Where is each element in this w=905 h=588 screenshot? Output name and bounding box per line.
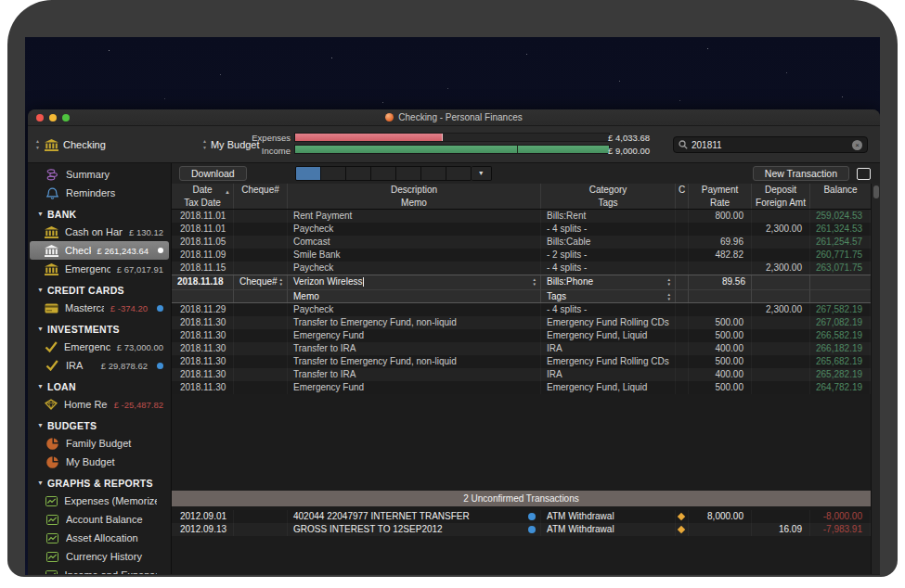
sidebar-item[interactable]: Asset Allocation bbox=[30, 529, 169, 547]
transaction-row[interactable]: 2018.11.05 Comcast Bills:Cable 69.96 261… bbox=[172, 236, 871, 249]
sidebar-item[interactable]: Reminders bbox=[30, 184, 169, 202]
transaction-row[interactable]: 2018.11.29 Paycheck - 4 splits - 2,300.0… bbox=[172, 303, 871, 316]
sidebar-item[interactable]: Income and Expenses bbox=[30, 566, 169, 574]
transaction-row[interactable]: 2018.11.01 Paycheck - 4 splits - 2,300.0… bbox=[172, 223, 871, 236]
sidebar-item[interactable]: Account Balance bbox=[30, 510, 169, 529]
transaction-row[interactable]: 2018.11.30 Transfer to IRA IRA 400.00 26… bbox=[172, 342, 871, 355]
scrollbar-thumb[interactable] bbox=[873, 185, 879, 198]
unconfirmed-transaction-row[interactable]: 2012.09.13 GROSS INTEREST TO 12SEP2012 A… bbox=[172, 523, 871, 536]
description-cell: Comcast bbox=[288, 236, 541, 249]
collapse-arrow-icon[interactable]: ▼ bbox=[37, 381, 44, 392]
sidebar-item-value: £ 130.12 bbox=[129, 227, 163, 237]
sidebar-item[interactable]: ▼ CREDIT CARDS bbox=[30, 278, 169, 299]
register-rows: 2018.11.01 Rent Payment Bills:Rent 800.0… bbox=[172, 210, 871, 275]
unconfirmed-diamond-icon[interactable] bbox=[678, 526, 685, 533]
zoom-window-button[interactable] bbox=[62, 114, 70, 121]
stepper-icon[interactable] bbox=[667, 277, 671, 287]
category-cell: - 4 splits - bbox=[541, 303, 676, 316]
filter-tab[interactable] bbox=[371, 167, 396, 180]
column-header-payment[interactable]: PaymentRate bbox=[689, 184, 752, 209]
transaction-row[interactable]: 2018.11.09 Smile Bank - 2 splits - 482.8… bbox=[172, 249, 871, 262]
collapse-arrow-icon[interactable]: ▼ bbox=[37, 420, 44, 431]
minimize-window-button[interactable] bbox=[49, 114, 57, 121]
stepper-icon[interactable] bbox=[279, 277, 283, 287]
sidebar-item[interactable]: My Budget bbox=[30, 453, 169, 471]
edit-cheque-field[interactable]: Cheque# bbox=[234, 275, 288, 289]
transaction-row[interactable]: 2018.11.01 Rent Payment Bills:Rent 800.0… bbox=[172, 210, 871, 223]
sidebar-item[interactable]: Home Renova... £ -25,487.82 bbox=[30, 395, 169, 414]
cleared-dot-icon[interactable] bbox=[528, 513, 536, 520]
titlebar[interactable]: Checking - Personal Finances bbox=[28, 109, 880, 126]
filter-tab[interactable] bbox=[421, 167, 446, 180]
new-transaction-button[interactable]: New Transaction bbox=[753, 166, 849, 181]
balance-cell: 261,324.53 bbox=[810, 223, 871, 236]
filter-tab[interactable] bbox=[321, 167, 346, 180]
column-header-balance[interactable]: Balance bbox=[810, 184, 871, 209]
sidebar-item[interactable]: ▼ GRAPHS & REPORTS bbox=[30, 471, 169, 492]
custom-filter-dropdown-arrow[interactable]: ▼ bbox=[472, 167, 491, 180]
column-header-deposit[interactable]: DepositForeign Amt bbox=[752, 184, 810, 209]
transaction-row[interactable]: 2018.11.30 Transfer to Emergency Fund, n… bbox=[172, 355, 871, 368]
sidebar-item[interactable]: Cash on Hand £ 130.12 bbox=[30, 223, 169, 241]
edit-tags-field[interactable]: Tags bbox=[541, 289, 676, 303]
sidebar-item[interactable]: Emergency Fu... £ 73,000.00 bbox=[30, 338, 169, 356]
collapse-arrow-icon[interactable]: ▼ bbox=[37, 209, 44, 220]
clear-search-icon[interactable]: × bbox=[852, 140, 862, 150]
collapse-arrow-icon[interactable]: ▼ bbox=[37, 478, 44, 489]
collapse-arrow-icon[interactable]: ▼ bbox=[37, 285, 44, 296]
edit-payment-field[interactable]: 89.56 bbox=[689, 275, 752, 289]
column-header-description[interactable]: DescriptionMemo bbox=[288, 184, 541, 209]
search-field[interactable]: × bbox=[673, 136, 868, 153]
sidebar-item[interactable]: Currency History bbox=[30, 547, 169, 566]
filter-tab[interactable] bbox=[296, 167, 321, 180]
filter-tab[interactable] bbox=[446, 167, 471, 180]
payment-cell bbox=[689, 303, 752, 316]
column-header-category[interactable]: CategoryTags bbox=[541, 184, 676, 209]
account-selector[interactable]: Checking bbox=[35, 126, 106, 163]
column-header-date[interactable]: DateTax Date ▲ bbox=[172, 184, 234, 209]
edit-date-field[interactable]: 2018.11.18 bbox=[172, 275, 234, 289]
deposit-cell: 16.09 bbox=[752, 523, 810, 536]
unconfirmed-diamond-icon[interactable] bbox=[678, 513, 685, 520]
stepper-icon[interactable] bbox=[667, 292, 671, 301]
transaction-row[interactable]: 2018.11.30 Transfer to IRA IRA 400.00 26… bbox=[172, 368, 871, 381]
edit-memo-field[interactable]: Memo bbox=[288, 289, 541, 303]
sidebar-item[interactable]: IRA £ 29,878.62 bbox=[30, 356, 169, 375]
search-input[interactable] bbox=[692, 140, 848, 150]
transaction-row[interactable]: 2018.11.30 Emergency Fund Emergency Fund… bbox=[172, 329, 871, 342]
filter-tab[interactable] bbox=[346, 167, 371, 180]
transaction-row[interactable]: 2018.11.30 Emergency Fund Emergency Fund… bbox=[172, 381, 871, 394]
download-button[interactable]: Download bbox=[179, 166, 247, 181]
edit-deposit-field[interactable] bbox=[752, 275, 810, 289]
collapse-arrow-icon[interactable]: ▼ bbox=[37, 324, 44, 335]
close-window-button[interactable] bbox=[36, 114, 44, 121]
transaction-row[interactable]: 2018.11.15 Paycheck - 4 splits - 2,300.0… bbox=[172, 262, 871, 275]
sidebar-item[interactable]: Expenses (Memorized) bbox=[30, 492, 169, 510]
sidebar-item[interactable]: ▼ BUDGETS bbox=[30, 414, 169, 434]
description-cell: Transfer to IRA bbox=[288, 368, 541, 381]
vertical-scrollbar[interactable] bbox=[871, 184, 880, 574]
description-cell: Transfer to IRA bbox=[288, 342, 541, 355]
panel-toggle-icon[interactable] bbox=[857, 168, 871, 180]
sidebar-item[interactable]: Family Budget bbox=[30, 434, 169, 453]
edit-category-field[interactable]: Bills:Phone bbox=[541, 275, 676, 289]
sidebar-item[interactable]: Checking £ 261,243.64 bbox=[30, 241, 169, 260]
sidebar: Summary Reminders ▼ bbox=[28, 163, 172, 574]
sidebar-item[interactable]: ▼ BANK bbox=[30, 202, 169, 223]
unconfirmed-transaction-row[interactable]: 2012.09.01 402044 22047977 INTERNET TRAN… bbox=[172, 510, 871, 523]
income-label: Income bbox=[244, 145, 291, 158]
transaction-edit-row[interactable]: 2018.11.18 Cheque# Verizon Wireless Bill… bbox=[172, 275, 871, 303]
sidebar-item[interactable]: Mastercard £ -374.20 bbox=[30, 299, 169, 317]
description-cell: Paycheck bbox=[288, 303, 541, 316]
sidebar-item[interactable]: Emergency Fu... £ 67,017.91 bbox=[30, 260, 169, 278]
sidebar-item[interactable]: Summary bbox=[30, 165, 169, 184]
cleared-dot-icon[interactable] bbox=[528, 526, 536, 533]
stepper-icon[interactable] bbox=[533, 277, 537, 287]
filter-tab[interactable] bbox=[396, 167, 421, 180]
column-header-cleared[interactable]: C bbox=[676, 184, 689, 209]
column-header-cheque[interactable]: Cheque# bbox=[234, 184, 288, 209]
sidebar-item[interactable]: ▼ LOAN bbox=[30, 375, 169, 395]
edit-description-field[interactable]: Verizon Wireless bbox=[288, 275, 541, 289]
sidebar-item[interactable]: ▼ INVESTMENTS bbox=[30, 317, 169, 338]
transaction-row[interactable]: 2018.11.30 Transfer to Emergency Fund, n… bbox=[172, 316, 871, 329]
